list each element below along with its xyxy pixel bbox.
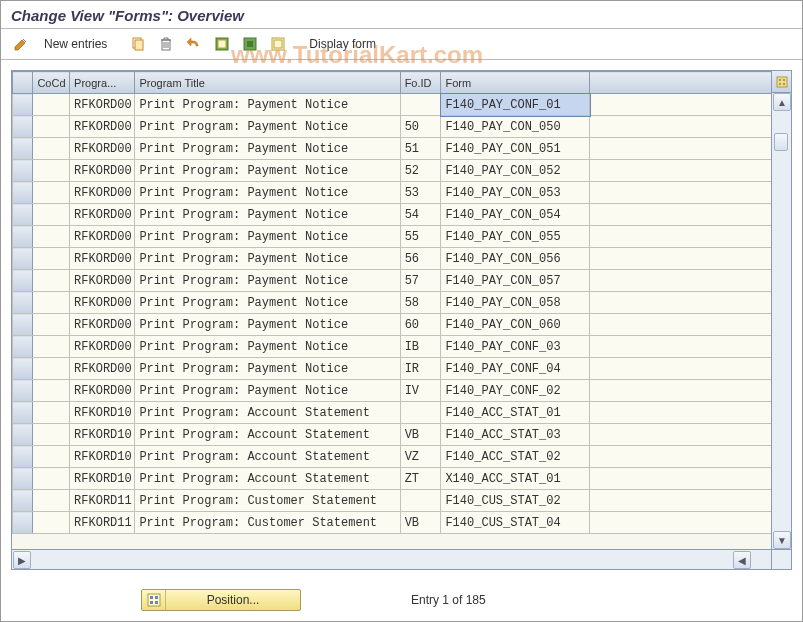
delete-icon[interactable] bbox=[154, 33, 178, 55]
cell-program[interactable]: RFKORD00 bbox=[70, 270, 135, 292]
table-row[interactable]: RFKORD00Print Program: Payment Notice57F… bbox=[13, 270, 772, 292]
cell-program[interactable]: RFKORD00 bbox=[70, 336, 135, 358]
cell-title[interactable]: Print Program: Payment Notice bbox=[135, 160, 400, 182]
cell-program[interactable]: RFKORD00 bbox=[70, 160, 135, 182]
row-selector[interactable] bbox=[13, 336, 33, 358]
cell-title[interactable]: Print Program: Payment Notice bbox=[135, 226, 400, 248]
table-row[interactable]: RFKORD11Print Program: Customer Statemen… bbox=[13, 490, 772, 512]
cell-form[interactable]: F140_PAY_CONF_03 bbox=[441, 336, 590, 358]
row-selector[interactable] bbox=[13, 314, 33, 336]
cell-program[interactable]: RFKORD00 bbox=[70, 182, 135, 204]
cell-form[interactable]: F140_PAY_CON_054 bbox=[441, 204, 590, 226]
cell-foid[interactable]: VZ bbox=[400, 446, 441, 468]
cell-foid[interactable]: 56 bbox=[400, 248, 441, 270]
table-row[interactable]: RFKORD00Print Program: Payment Notice58F… bbox=[13, 292, 772, 314]
cell-form[interactable]: F140_ACC_STAT_03 bbox=[441, 424, 590, 446]
cell-cocd[interactable] bbox=[33, 160, 70, 182]
cell-form[interactable]: F140_PAY_CON_057 bbox=[441, 270, 590, 292]
row-selector[interactable] bbox=[13, 182, 33, 204]
cell-foid[interactable]: 50 bbox=[400, 116, 441, 138]
cell-foid[interactable]: IV bbox=[400, 380, 441, 402]
cell-cocd[interactable] bbox=[33, 248, 70, 270]
row-selector[interactable] bbox=[13, 490, 33, 512]
cell-cocd[interactable] bbox=[33, 314, 70, 336]
cell-form[interactable]: F140_PAY_CON_053 bbox=[441, 182, 590, 204]
table-row[interactable]: RFKORD00Print Program: Payment NoticeIRF… bbox=[13, 358, 772, 380]
cell-title[interactable]: Print Program: Customer Statement bbox=[135, 512, 400, 534]
cell-form[interactable]: F140_CUS_STAT_04 bbox=[441, 512, 590, 534]
cell-foid[interactable]: VB bbox=[400, 424, 441, 446]
scroll-left-icon[interactable]: ◀ bbox=[733, 551, 751, 569]
row-selector[interactable] bbox=[13, 116, 33, 138]
cell-title[interactable]: Print Program: Payment Notice bbox=[135, 358, 400, 380]
cell-program[interactable]: RFKORD00 bbox=[70, 226, 135, 248]
cell-foid[interactable]: 58 bbox=[400, 292, 441, 314]
table-settings-icon[interactable] bbox=[771, 71, 791, 93]
scroll-up-icon[interactable]: ▲ bbox=[773, 93, 791, 111]
cell-title[interactable]: Print Program: Payment Notice bbox=[135, 292, 400, 314]
deselect-all-icon[interactable] bbox=[266, 33, 290, 55]
vertical-scrollbar[interactable]: ▲ ▼ bbox=[771, 93, 791, 549]
new-entries-button[interactable]: New entries bbox=[37, 33, 114, 55]
cell-cocd[interactable] bbox=[33, 512, 70, 534]
cell-cocd[interactable] bbox=[33, 380, 70, 402]
cell-program[interactable]: RFKORD10 bbox=[70, 402, 135, 424]
table-row[interactable]: RFKORD10Print Program: Account Statement… bbox=[13, 468, 772, 490]
cell-cocd[interactable] bbox=[33, 292, 70, 314]
display-form-button[interactable]: Display form bbox=[302, 33, 383, 55]
cell-form[interactable]: F140_PAY_CON_058 bbox=[441, 292, 590, 314]
cell-title[interactable]: Print Program: Payment Notice bbox=[135, 182, 400, 204]
cell-program[interactable]: RFKORD00 bbox=[70, 358, 135, 380]
cell-program[interactable]: RFKORD00 bbox=[70, 248, 135, 270]
cell-program[interactable]: RFKORD10 bbox=[70, 468, 135, 490]
cell-program[interactable]: RFKORD00 bbox=[70, 116, 135, 138]
table-row[interactable]: RFKORD00Print Program: Payment NoticeIBF… bbox=[13, 336, 772, 358]
cell-title[interactable]: Print Program: Customer Statement bbox=[135, 490, 400, 512]
table-row[interactable]: RFKORD00Print Program: Payment Notice50F… bbox=[13, 116, 772, 138]
cell-foid[interactable]: 60 bbox=[400, 314, 441, 336]
cell-title[interactable]: Print Program: Payment Notice bbox=[135, 94, 400, 116]
cell-program[interactable]: RFKORD11 bbox=[70, 490, 135, 512]
row-selector[interactable] bbox=[13, 402, 33, 424]
col-cocd[interactable]: CoCd bbox=[33, 72, 70, 94]
row-selector[interactable] bbox=[13, 204, 33, 226]
cell-form[interactable]: F140_PAY_CON_052 bbox=[441, 160, 590, 182]
cell-form[interactable]: F140_PAY_CON_060 bbox=[441, 314, 590, 336]
cell-title[interactable]: Print Program: Payment Notice bbox=[135, 138, 400, 160]
cell-title[interactable]: Print Program: Account Statement bbox=[135, 402, 400, 424]
scroll-right-icon[interactable]: ▶ bbox=[13, 551, 31, 569]
cell-program[interactable]: RFKORD00 bbox=[70, 314, 135, 336]
cell-cocd[interactable] bbox=[33, 116, 70, 138]
row-selector[interactable] bbox=[13, 226, 33, 248]
row-selector[interactable] bbox=[13, 424, 33, 446]
cell-cocd[interactable] bbox=[33, 270, 70, 292]
row-selector[interactable] bbox=[13, 270, 33, 292]
cell-title[interactable]: Print Program: Payment Notice bbox=[135, 314, 400, 336]
cell-foid[interactable]: VB bbox=[400, 512, 441, 534]
cell-foid[interactable]: 51 bbox=[400, 138, 441, 160]
undo-icon[interactable] bbox=[182, 33, 206, 55]
row-selector[interactable] bbox=[13, 94, 33, 116]
scroll-thumb[interactable] bbox=[774, 133, 788, 151]
cell-title[interactable]: Print Program: Payment Notice bbox=[135, 248, 400, 270]
cell-cocd[interactable] bbox=[33, 468, 70, 490]
cell-cocd[interactable] bbox=[33, 424, 70, 446]
cell-form[interactable]: F140_PAY_CONF_02 bbox=[441, 380, 590, 402]
table-row[interactable]: RFKORD00Print Program: Payment Notice56F… bbox=[13, 248, 772, 270]
cell-title[interactable]: Print Program: Payment Notice bbox=[135, 204, 400, 226]
cell-title[interactable]: Print Program: Payment Notice bbox=[135, 270, 400, 292]
cell-cocd[interactable] bbox=[33, 446, 70, 468]
table-row[interactable]: RFKORD11Print Program: Customer Statemen… bbox=[13, 512, 772, 534]
cell-foid[interactable]: IB bbox=[400, 336, 441, 358]
row-selector-header[interactable] bbox=[13, 72, 33, 94]
position-button[interactable]: Position... bbox=[141, 589, 301, 611]
cell-foid[interactable] bbox=[400, 402, 441, 424]
cell-form[interactable]: F140_PAY_CON_051 bbox=[441, 138, 590, 160]
cell-foid[interactable] bbox=[400, 490, 441, 512]
cell-foid[interactable]: ZT bbox=[400, 468, 441, 490]
cell-title[interactable]: Print Program: Account Statement bbox=[135, 424, 400, 446]
cell-title[interactable]: Print Program: Payment Notice bbox=[135, 336, 400, 358]
row-selector[interactable] bbox=[13, 138, 33, 160]
table-row[interactable]: RFKORD00Print Program: Payment NoticeF14… bbox=[13, 94, 772, 116]
cell-cocd[interactable] bbox=[33, 490, 70, 512]
